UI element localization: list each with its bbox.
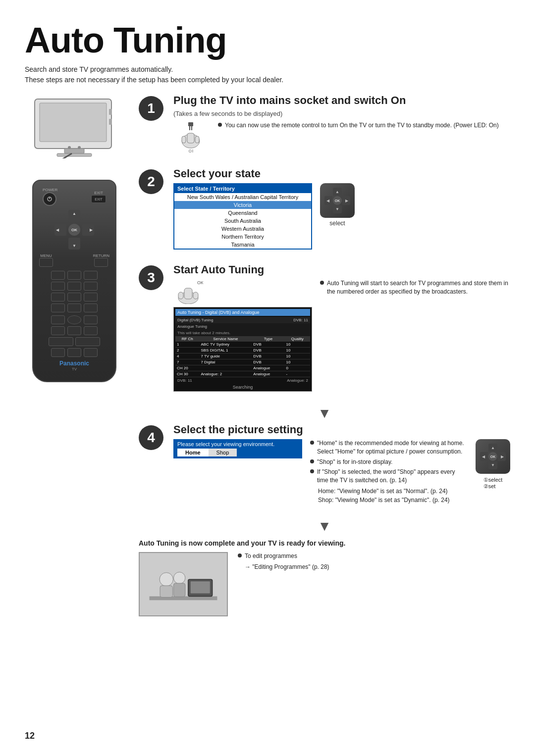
- remote-btn-20[interactable]: [84, 348, 98, 357]
- remote-btn-16[interactable]: [67, 326, 81, 335]
- state-item-3[interactable]: South Australia: [174, 217, 311, 225]
- mini-up-2[interactable]: ▲: [488, 444, 497, 452]
- state-selector-header: Select State / Territory: [174, 184, 311, 193]
- svg-rect-10: [188, 122, 193, 126]
- state-ok-remote: ▲ ▼ ◀ ▶: [320, 183, 355, 218]
- menu-return-area: MENU RETURN: [39, 253, 109, 267]
- select-label-2: ①select: [483, 477, 503, 483]
- step-1: 1 Plug the TV into mains socket and swit…: [139, 94, 510, 153]
- remote-btn-7[interactable]: [51, 293, 65, 302]
- bullet-icon: [218, 123, 222, 127]
- step-4-title: Select the picture setting: [173, 423, 510, 436]
- state-item-2[interactable]: Queensland: [174, 209, 311, 217]
- remote-btn-1[interactable]: [51, 271, 65, 280]
- nav-left-button[interactable]: ◀: [54, 224, 66, 236]
- menu-button[interactable]: [39, 258, 53, 267]
- svg-rect-14: [187, 133, 194, 143]
- step-arrow-2: ▼: [139, 518, 510, 534]
- page-container: Auto Tuning Search and store TV programm…: [0, 0, 535, 756]
- col-quality: Quality: [285, 336, 310, 342]
- mini-left[interactable]: ◀: [324, 196, 332, 205]
- mini-right-2[interactable]: ▶: [498, 452, 506, 461]
- step-2-content: Select your state Select State / Territo…: [173, 167, 510, 250]
- remote-btn-19[interactable]: [67, 348, 81, 357]
- svg-text:OK: OK: [197, 280, 203, 285]
- state-item-6[interactable]: Tasmania: [174, 241, 311, 249]
- mini-up[interactable]: ▲: [333, 188, 342, 196]
- mini-down-2[interactable]: ▼: [488, 461, 497, 469]
- mini-ok[interactable]: OK: [333, 196, 342, 205]
- svg-rect-27: [160, 586, 172, 597]
- state-ok-area: ▲ ▼ ◀ ▶: [320, 183, 355, 227]
- state-item-4[interactable]: Western Australia: [174, 225, 311, 233]
- nav-right-button[interactable]: ▶: [82, 224, 94, 236]
- svg-rect-25: [191, 581, 210, 593]
- state-selector[interactable]: Select State / Territory New South Wales…: [173, 183, 312, 250]
- remote-btn-2[interactable]: [67, 271, 81, 280]
- return-button[interactable]: [94, 258, 108, 267]
- picture-setting-screen: Please select your viewing environment. …: [173, 439, 302, 458]
- remote-btn-14[interactable]: [84, 315, 98, 324]
- remote-btn-15[interactable]: [51, 326, 65, 335]
- nav-down-button[interactable]: ▼: [68, 238, 80, 250]
- editing-programmes-note: → "Editing Programmes" (p. 28): [245, 562, 329, 572]
- mini-down[interactable]: ▼: [333, 205, 342, 213]
- step-4-number: 4: [139, 425, 163, 450]
- mini-right[interactable]: ▶: [342, 196, 350, 205]
- svg-rect-3: [57, 153, 92, 156]
- step4-ok-remote: ▲ ▼ ◀ ▶: [476, 439, 510, 474]
- exit-button[interactable]: EXIT: [91, 195, 106, 203]
- svg-point-26: [160, 573, 173, 586]
- nav-area: ▲ ▼ ◀ ▶ OK: [39, 210, 109, 250]
- mini-nav-cross: ▲ ▼ ◀ ▶: [323, 187, 351, 214]
- col-rfch: RF Ch: [175, 336, 199, 342]
- final-image: [139, 552, 228, 616]
- remote-btn-5[interactable]: [67, 282, 81, 291]
- content-area: POWER EXIT EXIT: [25, 94, 510, 616]
- svg-rect-6: [109, 109, 112, 115]
- power-button[interactable]: [43, 192, 56, 206]
- svg-rect-2: [64, 149, 84, 153]
- remote-btn-round[interactable]: [67, 315, 81, 324]
- exit-label: EXIT: [91, 191, 106, 195]
- step-2-title: Select your state: [173, 167, 510, 180]
- step-2-inner: Select State / Territory New South Wales…: [173, 183, 510, 250]
- step-4-left: Please select your viewing environment. …: [173, 439, 302, 462]
- ok-button[interactable]: OK: [68, 224, 80, 236]
- remote-btn-13[interactable]: [51, 315, 65, 324]
- step-2: 2 Select your state Select State / Terri…: [139, 167, 510, 250]
- remote-btn-10[interactable]: [51, 303, 65, 312]
- remote-btn-4[interactable]: [51, 282, 65, 291]
- final-section: Auto Tuning is now complete and your TV …: [139, 539, 510, 616]
- remote-btn-3[interactable]: [84, 271, 98, 280]
- remote-btn-wide-1[interactable]: [49, 337, 73, 346]
- remote-btn-12[interactable]: [84, 303, 98, 312]
- remote-btn-17[interactable]: [84, 326, 98, 335]
- tuning-screen: Auto Tuning - Digital (DVB) and Analogue…: [173, 307, 312, 392]
- remote-btn-6[interactable]: [84, 282, 98, 291]
- tuning-status: This will take about 2 minutes.: [175, 330, 310, 336]
- table-row: 2SBS DIGITAL 1DVB10: [175, 348, 310, 353]
- step-4-inner: Please select your viewing environment. …: [173, 439, 510, 504]
- analogue-tuning-label: Analogue Tuning: [175, 323, 310, 330]
- analogue-total: Analogue: 2: [287, 378, 308, 383]
- mini-left-2[interactable]: ◀: [480, 452, 488, 461]
- svg-rect-1: [40, 103, 107, 142]
- col-type: Type: [252, 336, 284, 342]
- step-3-content: Start Auto Tuning OK: [173, 263, 510, 392]
- nav-up-button[interactable]: ▲: [68, 210, 80, 222]
- page-title: Auto Tuning: [25, 20, 510, 60]
- remote-btn-18[interactable]: [51, 348, 65, 357]
- remote-btn-8[interactable]: [67, 293, 81, 302]
- remote-btn-wide-2[interactable]: [75, 337, 100, 346]
- state-item-5[interactable]: Northern Territory: [174, 233, 311, 241]
- mini-ok-2[interactable]: OK: [488, 452, 497, 461]
- shop-mode-button[interactable]: Shop: [209, 449, 237, 456]
- plug-hand-area: ⊙I: [173, 121, 208, 153]
- page-number: 12: [25, 731, 35, 741]
- remote-btn-9[interactable]: [84, 293, 98, 302]
- home-mode-button[interactable]: Home: [177, 449, 209, 456]
- state-item-1[interactable]: Victoria: [174, 201, 311, 209]
- remote-btn-11[interactable]: [67, 303, 81, 312]
- state-item-0[interactable]: New South Wales / Australian Capital Ter…: [174, 193, 311, 201]
